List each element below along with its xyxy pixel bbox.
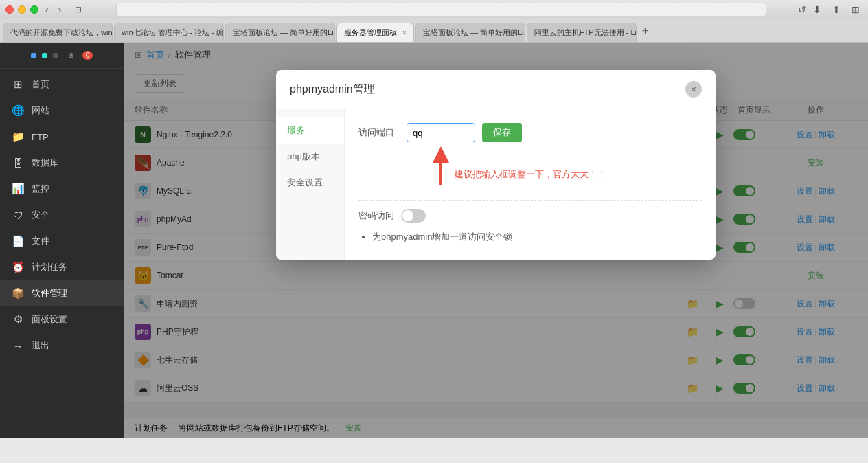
sidebar: 🖥 0 ⊞ 首页 🌐 网站 📁 FTP 🗄 数据库 📊 [0,43,124,438]
sidebar-icon-row: 🖥 0 [31,51,93,60]
database-icon: 🗄 [11,157,25,169]
sidebar-item-ftp[interactable]: 📁 FTP [0,124,124,150]
modal-content: 访问端口 保存 [345,109,716,260]
modal-header: phpmyadmin管理 × [276,70,716,109]
modal-dialog: phpmyadmin管理 × 服务 php版本 安全设置 访问端口 [276,70,716,260]
tab-3-label: 服务器管理面板 [344,27,397,38]
sidebar-header: 🖥 0 [0,43,124,69]
share-button[interactable]: ⬆ [830,4,843,15]
forward-button[interactable]: › [56,4,65,15]
monitor-icon: 📊 [11,183,25,195]
tab-5-label: 阿里云的主机FTP无法使用 - Lin... [534,27,637,38]
sidebar-item-monitor[interactable]: 📊 监控 [0,176,124,202]
sidebar-item-files-label: 文件 [32,235,49,247]
tip-item: 为phpmyadmin增加一道访问安全锁 [372,231,702,243]
reload-button[interactable]: ↺ [798,4,806,15]
security-icon: 🛡 [11,210,25,221]
modal-title: phpmyadmin管理 [290,82,375,97]
sidebar-item-logout[interactable]: → 退出 [0,332,124,359]
ftp-icon: 📁 [11,131,25,143]
title-bar: ‹ › ⊡ ↺ ⬇ ⬆ ⊞ [0,0,868,19]
sidebar-item-panel[interactable]: ⚙ 面板设置 [0,306,124,332]
sidebar-item-home-label: 首页 [32,78,49,91]
port-form-row: 访问端口 保存 [358,123,702,142]
modal-content-wrapper: 访问端口 保存 [358,123,702,243]
port-label: 访问端口 [358,126,400,139]
sidebar-item-tasks[interactable]: ⏰ 计划任务 [0,254,124,280]
sidebar-item-monitor-label: 监控 [32,183,49,195]
sidebar-item-software-label: 软件管理 [32,287,67,300]
sidebar-item-security-label: 安全 [32,209,49,221]
close-window-button[interactable] [5,5,14,14]
sidebar-screen-icon: 🖥 [67,52,74,60]
tasks-icon: ⏰ [11,261,25,273]
dot-dark [53,53,58,58]
tab-3[interactable]: 服务器管理面板 × [336,23,414,42]
section-divider [358,200,702,201]
tab-4[interactable]: 宝塔面板论坛 — 简单好用的Li... × [415,23,525,42]
home-icon: ⊞ [11,78,25,91]
browser-tabs: 代码的开源免费下载论坛，win七... × win七论坛 管理中心 - 论坛 -… [0,19,868,43]
tab-4-label: 宝塔面板论坛 — 简单好用的Li... [423,27,525,38]
sidebar-item-ftp-label: FTP [32,132,49,142]
url-bar [116,3,766,16]
sidebar-item-database-label: 数据库 [32,157,58,169]
expand-button[interactable]: ⊞ [849,4,863,15]
main-area: 🖥 0 ⊞ 首页 🌐 网站 📁 FTP 🗄 数据库 📊 [0,43,868,438]
sidebar-item-database[interactable]: 🗄 数据库 [0,150,124,176]
sidebar-item-home[interactable]: ⊞ 首页 [0,71,124,98]
modal-body: 服务 php版本 安全设置 访问端口 保存 [276,109,716,260]
dot-blue [31,53,36,58]
download-button[interactable]: ⬇ [810,4,824,15]
files-icon: 📄 [11,235,25,247]
sidebar-item-panel-label: 面板设置 [32,313,67,326]
tip-list: 为phpmyadmin增加一道访问安全锁 [358,231,702,243]
security-row: 密码访问 [358,209,702,223]
sidebar-item-security[interactable]: 🛡 安全 [0,202,124,228]
tab-2-label: 宝塔面板论坛 — 简单好用的Li... [233,27,335,38]
maximize-window-button[interactable] [30,5,38,14]
tab-view-button[interactable]: ⊡ [72,5,84,14]
content-area: ⊞ 首页 / 软件管理 更新列表 软件名称 位置 状态 首页显示 操作 N Ng… [124,43,868,438]
software-icon: 📦 [11,287,25,300]
new-tab-button[interactable]: + [638,25,652,37]
tab-2[interactable]: 宝塔面板论坛 — 简单好用的Li... × [225,23,335,42]
save-button[interactable]: 保存 [482,123,522,142]
tab-1-label: win七论坛 管理中心 - 论坛 - 编... [122,27,224,38]
sidebar-nav: ⊞ 首页 🌐 网站 📁 FTP 🗄 数据库 📊 监控 🛡 安全 [0,69,124,438]
annotation-text: 建议把输入框调整一下，官方大大！！ [455,168,606,181]
modal-nav-php-version[interactable]: php版本 [276,144,344,170]
website-icon: 🌐 [11,104,25,117]
toolbar-right: ⬇ ⬆ ⊞ [810,4,863,15]
sidebar-item-files[interactable]: 📄 文件 [0,228,124,254]
tab-3-close[interactable]: × [402,29,407,36]
sidebar-item-software[interactable]: 📦 软件管理 [0,280,124,306]
modal-overlay: phpmyadmin管理 × 服务 php版本 安全设置 访问端口 [124,43,868,438]
back-button[interactable]: ‹ [43,4,52,15]
port-input[interactable] [407,123,475,142]
panel-icon: ⚙ [11,313,25,326]
modal-close-button[interactable]: × [685,81,702,98]
password-access-label: 密码访问 [358,210,394,222]
password-toggle[interactable] [401,209,426,223]
tab-0-label: 代码的开源免费下载论坛，win七... [10,27,113,38]
minimize-window-button[interactable] [18,5,26,14]
notification-badge: 0 [82,51,93,60]
dot-teal [42,53,47,58]
sidebar-item-logout-label: 退出 [32,339,49,352]
modal-nav-service[interactable]: 服务 [276,117,344,144]
tab-5[interactable]: 阿里云的主机FTP无法使用 - Lin... × [527,23,637,42]
logout-icon: → [11,340,25,352]
modal-nav: 服务 php版本 安全设置 [276,109,345,260]
sidebar-item-website-label: 网站 [32,104,49,117]
tab-1[interactable]: win七论坛 管理中心 - 论坛 - 编... × [114,23,224,42]
modal-nav-security[interactable]: 安全设置 [276,170,344,196]
sidebar-item-tasks-label: 计划任务 [32,261,67,273]
tab-0[interactable]: 代码的开源免费下载论坛，win七... × [3,23,113,42]
sidebar-item-website[interactable]: 🌐 网站 [0,98,124,124]
url-input[interactable] [116,3,766,16]
annotation-container: 建议把输入框调整一下，官方大大！！ [434,148,702,192]
